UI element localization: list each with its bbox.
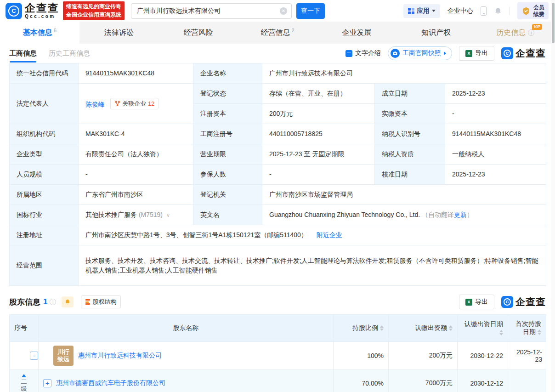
tab-count: 2 xyxy=(291,28,294,33)
sort-icon[interactable] xyxy=(499,330,503,335)
search-button[interactable]: 查一下 xyxy=(296,3,325,19)
approval-date-value: 2025-12-23 xyxy=(445,165,546,185)
search-clear-icon[interactable]: ✕ xyxy=(280,7,287,15)
official-snapshot-button[interactable]: 工商官网快照 xyxy=(388,46,452,60)
tab-history-info[interactable]: VIP 历史信息 i xyxy=(476,22,555,44)
monitor-bell-icon[interactable] xyxy=(62,296,74,307)
tab-operation-risk[interactable]: 经营风险 xyxy=(159,22,238,44)
table-header-row: 序号 股东名称 持股比例 认缴出资额 认缴出资日期 首次持股日期 xyxy=(10,315,546,342)
mobile-app-icon[interactable] xyxy=(481,6,487,16)
notification-bell-icon[interactable] xyxy=(494,7,502,15)
apps-grid-icon xyxy=(408,8,414,14)
qcc-brand[interactable]: 企查查 Qcc.com xyxy=(25,3,59,19)
col-ratio[interactable]: 持股比例 xyxy=(334,315,389,342)
tab-count: 6 xyxy=(54,28,57,33)
legal-rep-link[interactable]: 陈俊峰 xyxy=(85,101,105,108)
member-renew-label: 会员 续费 xyxy=(533,4,544,17)
first-date-cell: 2025-12-23 xyxy=(508,342,546,370)
registry-value: 广州市南沙区市场监督管理局 xyxy=(262,185,546,205)
search-input[interactable] xyxy=(131,3,292,19)
industry-cell: 其他技术推广服务 (M7519) ∨ xyxy=(79,205,193,225)
camera-icon xyxy=(391,49,400,58)
tab-intellectual-property[interactable]: 知识产权 xyxy=(396,22,476,44)
legal-rep-cell: 陈俊峰 关联企业 12 xyxy=(79,84,193,124)
credit-code-value: 91440115MAK301KC48 xyxy=(79,63,193,84)
amount-cell: 200万元 xyxy=(389,342,458,370)
info-icon[interactable]: i xyxy=(50,299,56,305)
export-button[interactable]: X 导出 xyxy=(459,46,494,61)
collapse-toggle[interactable]: - xyxy=(30,352,38,360)
taxpayer-id-value: 91440115MAK301KC48 xyxy=(445,124,546,144)
qcc-watermark-logo: C 企查查 xyxy=(501,295,546,308)
shareholder-row: 二级 + 惠州市德赛西威汽车电子股份有限公司 70.00% 7000万元 203… xyxy=(10,370,546,392)
collapse-up-icon[interactable] xyxy=(22,374,26,377)
address-cell: 广州市南沙区庆慧中路1号、3号、创智三街1号A1栋150121室（邮编51140… xyxy=(79,225,546,245)
subtab-business-info[interactable]: 工商信息 xyxy=(9,49,37,62)
tab-legal-litigation[interactable]: 法律诉讼 xyxy=(79,22,159,44)
member-renew-button[interactable]: 会员 续费 xyxy=(517,2,549,19)
amount-cell: 7000万元 xyxy=(389,370,458,392)
insured-value: - xyxy=(262,165,375,185)
paid-capital-label: 实缴资本 xyxy=(375,104,445,124)
sort-icon[interactable] xyxy=(538,330,541,335)
tab-operation-info[interactable]: 经营信息2 xyxy=(238,22,317,44)
col-shareholder-name: 股东名称 xyxy=(39,315,334,342)
table-row: 企业类型 有限责任公司（法人独资） 营业期限 2025-12-23 至 无固定期… xyxy=(10,144,546,165)
apps-menu[interactable]: 应用 xyxy=(403,4,440,18)
excel-icon: X xyxy=(465,299,472,306)
col-subscribed-amount[interactable]: 认缴出资额 xyxy=(389,315,458,342)
excel-icon: X xyxy=(465,50,472,57)
scrollbar-thumb[interactable] xyxy=(552,3,555,43)
sub-toolbar: 工商信息 历史工商信息 文字介绍 工商官网快照 X 导出 C 企查查 xyxy=(0,44,555,63)
industry-code: (M7519) xyxy=(139,211,163,218)
toolbar-actions: 文字介绍 工商官网快照 X 导出 C 企查查 xyxy=(345,46,546,61)
vip-crown-icon xyxy=(521,6,531,16)
company-type-label: 企业类型 xyxy=(10,144,79,165)
chevron-down-icon[interactable]: ∨ xyxy=(166,212,170,218)
shareholder-name-cell: + 惠州市德赛西威汽车电子股份有限公司 xyxy=(39,370,334,392)
translate-update-link[interactable]: 更新 xyxy=(454,211,467,218)
staff-size-value: - xyxy=(79,165,193,185)
tab-basic-info[interactable]: 基本信息6 xyxy=(0,22,79,44)
nearby-companies-link[interactable]: 附近企业 xyxy=(317,231,342,239)
shareholder-name-cell: 川行 致远 惠州市川行致远科技有限公司 xyxy=(39,342,334,370)
shareholder-name-link[interactable]: 惠州市川行致远科技有限公司 xyxy=(78,352,162,360)
business-info-table: 统一社会信用代码 91440115MAK301KC48 企业名称 广州市川行致远… xyxy=(9,63,546,286)
legal-rep-label: 法定代表人 xyxy=(10,84,79,124)
col-subscribed-date[interactable]: 认缴出资日期 xyxy=(458,315,508,342)
vip-badge: VIP xyxy=(532,24,543,30)
page-scrollbar[interactable] xyxy=(551,0,555,392)
col-first-hold-date[interactable]: 首次持股日期 xyxy=(508,315,546,342)
text-intro-button[interactable]: 文字介绍 xyxy=(345,49,381,57)
shareholders-count: 1 xyxy=(43,297,47,307)
ratio-cell: 70.00% xyxy=(334,370,389,392)
sort-icon[interactable] xyxy=(380,325,384,331)
qcc-company-page: C 企查查 Qcc.com 缔造有远见的商业传奇 全国企业信用查询系统 ✕ 查一… xyxy=(0,0,555,392)
tab-company-development[interactable]: 企业发展 xyxy=(317,22,396,44)
shareholders-actions: X 导出 C 企查查 xyxy=(459,295,546,309)
business-scope-value: 技术服务、技术开发、技术咨询、技术交流、技术转让、技术推广;软件开发;人工智能理… xyxy=(79,245,546,286)
qcc-logo-icon: C xyxy=(501,296,513,308)
shareholder-name-link[interactable]: 惠州市德赛西威汽车电子股份有限公司 xyxy=(56,379,165,387)
export-button[interactable]: X 导出 xyxy=(459,295,494,309)
org-code-value: MAK301KC-4 xyxy=(79,124,193,144)
equity-structure-button[interactable]: 股权结构 xyxy=(81,295,121,308)
qcc-logo-icon: C xyxy=(501,47,513,59)
reg-status-value: 存续（在营、开业、在册） xyxy=(262,84,375,104)
sort-icon[interactable] xyxy=(449,325,453,331)
credit-code-label: 统一社会信用代码 xyxy=(10,63,79,84)
subscribe-date-cell: 2030-12-12 xyxy=(458,370,508,392)
document-icon xyxy=(345,50,352,57)
qcc-logo-icon[interactable]: C xyxy=(6,3,22,19)
enterprise-center-link[interactable]: 企业中心 xyxy=(447,7,473,15)
shareholders-table: 序号 股东名称 持股比例 认缴出资额 认缴出资日期 首次持股日期 - 川行 致远… xyxy=(9,314,546,392)
subtab-history-business-info[interactable]: 历史工商信息 xyxy=(49,49,90,62)
table-row: 国标行业 其他技术推广服务 (M7519) ∨ 英文名 Guangzhou Ch… xyxy=(10,205,546,225)
subscribe-date-cell: 2030-12-22 xyxy=(458,342,508,370)
business-term-label: 营业期限 xyxy=(193,144,262,165)
first-date-cell xyxy=(508,370,546,392)
related-companies-badge[interactable]: 关联企业 12 xyxy=(110,98,159,110)
region-label: 所属地区 xyxy=(10,185,79,205)
expand-toggle[interactable]: + xyxy=(43,379,51,387)
company-name-label: 企业名称 xyxy=(193,63,262,84)
